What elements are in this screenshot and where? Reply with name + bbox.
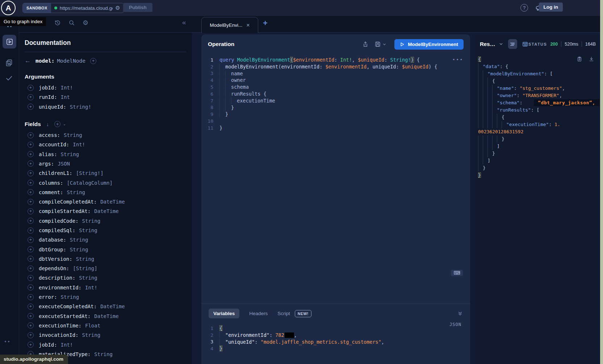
field-name[interactable]: uniqueId: [39, 104, 66, 110]
docs-type-value[interactable]: ModelNode [57, 58, 85, 64]
code-line[interactable]: 9} [201, 111, 470, 118]
save-icon[interactable] [374, 41, 381, 47]
field-type[interactable]: String [61, 151, 79, 157]
field-type[interactable]: Int! [61, 85, 73, 91]
share-icon[interactable] [362, 41, 369, 47]
code-line[interactable]: 3name [201, 70, 470, 77]
operation-editor[interactable]: ••• 1query ModelByEnvironment($environme… [201, 57, 470, 131]
field-type[interactable]: JSON [58, 161, 70, 167]
add-field-button[interactable] [28, 265, 34, 272]
add-field-button[interactable] [28, 104, 34, 110]
sidebar-item-operations[interactable] [3, 35, 16, 49]
endpoint-url-input[interactable]: https://metadata.cloud.get ⚙ [51, 3, 123, 13]
settings-gear-icon[interactable]: ⚙ [83, 20, 88, 26]
field-type[interactable]: DateTime [100, 199, 125, 205]
new-tab-button[interactable]: + [263, 18, 268, 28]
add-field-button[interactable] [28, 85, 34, 91]
publish-button[interactable]: Publish [123, 3, 152, 12]
add-field-button[interactable] [28, 256, 34, 262]
field-type[interactable]: String [94, 351, 113, 357]
code-line[interactable]: 1{ [201, 325, 470, 332]
add-all-fields-button[interactable] [90, 58, 96, 64]
field-name[interactable]: columns: [39, 180, 63, 186]
field-name[interactable]: database: [39, 237, 66, 243]
code-line[interactable]: 2"environmentId": 782, [201, 332, 470, 339]
sidebar-item-checks[interactable] [5, 74, 13, 82]
add-field-button[interactable] [28, 294, 34, 300]
field-name[interactable]: childrenL1: [39, 170, 72, 176]
field-name[interactable]: access: [39, 132, 60, 138]
field-name[interactable]: description: [39, 275, 75, 281]
field-name[interactable]: compiledSql: [39, 227, 75, 233]
download-response-icon[interactable] [589, 56, 594, 62]
add-field-button[interactable] [28, 142, 34, 148]
field-type[interactable]: [String!] [76, 170, 104, 176]
search-icon[interactable] [68, 20, 75, 26]
run-operation-button[interactable]: ModelByEnvironment [394, 39, 464, 50]
copy-response-icon[interactable] [577, 56, 582, 62]
add-fields-button[interactable] [54, 121, 60, 127]
field-name[interactable]: executeCompletedAt: [39, 304, 97, 309]
login-button[interactable]: Log in [539, 3, 563, 12]
code-line[interactable]: 7executionTime [201, 97, 470, 104]
add-field-button[interactable] [28, 189, 34, 195]
tab-close-icon[interactable]: × [246, 22, 250, 29]
field-type[interactable]: DateTime [100, 304, 125, 309]
field-name[interactable]: executeStartedAt: [39, 313, 91, 319]
add-field-button[interactable] [28, 199, 34, 205]
field-type[interactable]: String! [70, 104, 91, 110]
endpoint-settings-icon[interactable]: ⚙ [115, 5, 120, 11]
field-type[interactable]: [String] [73, 265, 97, 271]
field-type[interactable]: String [79, 275, 97, 281]
add-field-button[interactable] [28, 313, 34, 319]
sort-fields-icon[interactable]: ↓ [46, 121, 49, 127]
add-field-button[interactable] [28, 180, 34, 186]
field-name[interactable]: jobId: [39, 85, 57, 91]
code-line[interactable]: 4owner [201, 77, 470, 84]
tab-variables[interactable]: Variables [209, 309, 239, 318]
add-field-button[interactable] [28, 275, 34, 281]
add-field-button[interactable] [28, 246, 34, 252]
field-name[interactable]: compileCompletedAt: [39, 199, 97, 205]
sidebar-item-schema-pages[interactable] [5, 59, 13, 67]
history-icon[interactable] [54, 20, 61, 26]
field-type[interactable]: String [61, 294, 79, 300]
chevron-down-icon[interactable]: ⌄ [63, 122, 66, 126]
field-name[interactable]: alias: [39, 151, 57, 157]
field-type[interactable]: Int! [73, 142, 85, 147]
collapse-variables-icon[interactable] [457, 311, 463, 316]
field-type[interactable]: Int! [61, 342, 73, 348]
field-type[interactable]: String [70, 247, 88, 252]
field-type[interactable]: Int [61, 94, 70, 100]
field-name[interactable]: jobId: [39, 342, 57, 348]
field-name[interactable]: executionTime: [39, 323, 81, 329]
add-field-button[interactable] [28, 304, 34, 310]
add-field-button[interactable] [28, 208, 34, 214]
add-field-button[interactable] [28, 342, 34, 348]
field-type[interactable]: String [82, 332, 101, 338]
field-type[interactable]: String [64, 132, 82, 138]
add-field-button[interactable] [28, 322, 34, 329]
field-type[interactable]: String [67, 189, 85, 195]
code-line[interactable]: 11} [201, 125, 470, 131]
add-field-button[interactable] [28, 332, 34, 338]
field-type[interactable]: String [76, 256, 95, 262]
field-name[interactable]: dbtGroup: [39, 247, 66, 252]
field-type[interactable]: String [82, 218, 101, 224]
code-line[interactable]: 4} [201, 345, 470, 352]
add-field-button[interactable] [28, 237, 34, 243]
help-icon[interactable]: ? [520, 4, 528, 12]
field-name[interactable]: dbtVersion: [39, 256, 72, 262]
tree-view-toggle[interactable] [508, 39, 518, 49]
add-field-button[interactable] [28, 151, 34, 157]
field-name[interactable]: environmentId: [39, 285, 81, 290]
add-field-button[interactable] [28, 94, 34, 100]
tab-modelbyenvironment[interactable]: ModelByEnvi... × [201, 17, 258, 33]
variables-editor[interactable]: 1{2"environmentId": 782,3"uniqueId": "mo… [201, 325, 470, 352]
code-line[interactable]: 3"uniqueId": "model.jaffle_shop_metrics.… [201, 339, 470, 346]
tab-headers[interactable]: Headers [249, 311, 268, 316]
field-type[interactable]: DateTime [94, 313, 118, 319]
code-line[interactable]: 10 [201, 118, 470, 125]
field-name[interactable]: comment: [39, 189, 63, 195]
field-type[interactable]: String [79, 227, 97, 233]
